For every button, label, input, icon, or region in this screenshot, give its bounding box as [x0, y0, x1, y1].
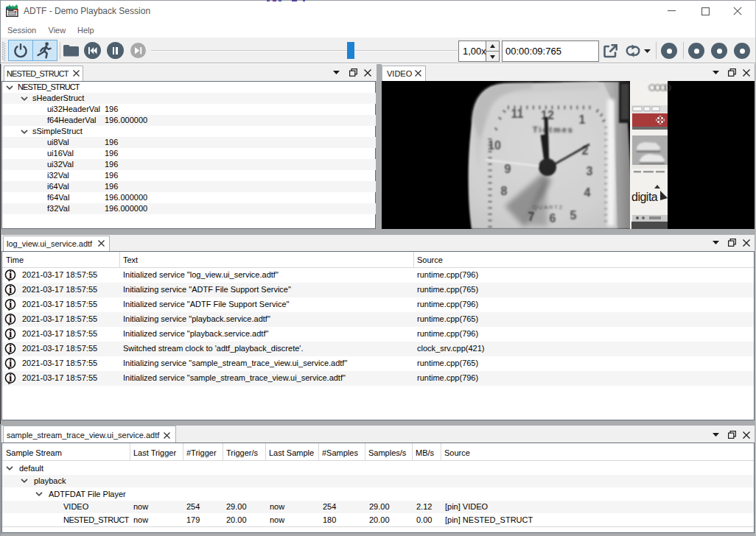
svg-text:9: 9 — [505, 163, 511, 175]
svg-text:i: i — [9, 358, 12, 369]
svg-text:8: 8 — [501, 185, 508, 197]
svg-text:i: i — [9, 328, 12, 339]
svg-text:i: i — [9, 373, 12, 384]
svg-text:1: 1 — [579, 113, 586, 126]
svg-text:3: 3 — [587, 165, 593, 177]
svg-text:Tidtmes: Tidtmes — [533, 125, 574, 134]
svg-text:i: i — [9, 314, 12, 325]
svg-text:6: 6 — [550, 212, 556, 225]
svg-text:4: 4 — [584, 186, 591, 199]
svg-text:11: 11 — [511, 107, 524, 120]
svg-text:5: 5 — [570, 209, 577, 222]
svg-text:digita: digita — [631, 191, 658, 203]
svg-text:10: 10 — [488, 139, 501, 152]
svg-text:i: i — [9, 284, 12, 295]
svg-text:i: i — [9, 299, 12, 310]
svg-text:i: i — [9, 343, 12, 354]
svg-text:i: i — [9, 269, 12, 281]
